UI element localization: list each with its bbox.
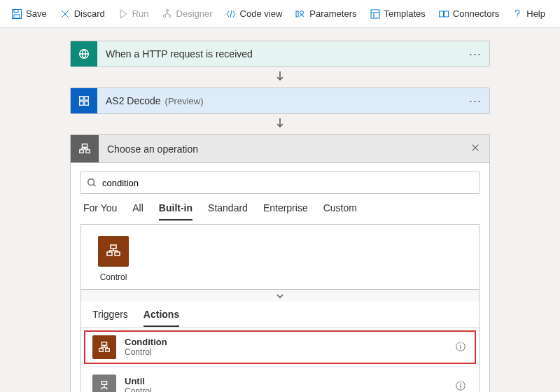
svg-rect-17 bbox=[80, 149, 83, 153]
help-label: Help bbox=[526, 8, 545, 19]
designer-button[interactable]: Designer bbox=[156, 6, 218, 22]
discard-button[interactable]: Discard bbox=[54, 6, 111, 22]
connectors-label: Connectors bbox=[453, 8, 499, 19]
action-until[interactable]: Until Control ⓘ bbox=[81, 367, 479, 392]
condition-icon bbox=[92, 335, 116, 359]
run-icon bbox=[118, 8, 129, 20]
svg-rect-21 bbox=[107, 252, 112, 255]
parameters-label: Parameters bbox=[309, 8, 356, 19]
designer-canvas: When a HTTP request is received ··· AS2 … bbox=[0, 28, 560, 392]
svg-rect-22 bbox=[115, 252, 120, 255]
svg-rect-0 bbox=[13, 9, 22, 18]
templates-button[interactable]: Templates bbox=[364, 6, 431, 22]
designer-icon bbox=[162, 8, 173, 20]
preview-badge: (Preview) bbox=[165, 96, 204, 106]
until-icon bbox=[92, 374, 116, 393]
choose-operation-panel: Choose an operation For You All Built-in… bbox=[70, 134, 490, 392]
tab-all[interactable]: All bbox=[132, 202, 144, 220]
subtab-actions[interactable]: Actions bbox=[144, 309, 179, 327]
action-condition[interactable]: Condition Control ⓘ bbox=[81, 328, 479, 367]
info-button[interactable]: ⓘ bbox=[454, 380, 468, 393]
step-as2-decode[interactable]: AS2 Decode (Preview) ··· bbox=[70, 88, 490, 114]
help-button[interactable]: Help bbox=[506, 6, 551, 22]
step-http-request[interactable]: When a HTTP request is received ··· bbox=[70, 41, 490, 67]
svg-rect-18 bbox=[86, 149, 90, 153]
search-input[interactable] bbox=[102, 178, 473, 188]
discard-label: Discard bbox=[74, 8, 105, 19]
action-subtabs: Triggers Actions bbox=[81, 302, 479, 327]
search-icon bbox=[87, 178, 97, 188]
code-view-icon bbox=[225, 8, 237, 20]
connectors-icon bbox=[438, 8, 449, 20]
svg-rect-15 bbox=[85, 102, 88, 105]
svg-point-3 bbox=[166, 9, 168, 11]
svg-point-7 bbox=[300, 10, 304, 14]
templates-icon bbox=[370, 8, 381, 20]
svg-rect-13 bbox=[85, 97, 88, 100]
code-view-button[interactable]: Code view bbox=[220, 6, 288, 22]
svg-rect-26 bbox=[102, 381, 106, 384]
action-name: Condition bbox=[125, 337, 454, 347]
chevron-down-icon bbox=[275, 291, 285, 301]
svg-point-5 bbox=[169, 15, 171, 17]
action-name: Until bbox=[125, 376, 454, 386]
control-icon bbox=[98, 236, 129, 267]
tab-for-you[interactable]: For You bbox=[83, 202, 117, 220]
svg-point-19 bbox=[88, 179, 94, 186]
svg-rect-8 bbox=[371, 10, 379, 18]
tab-enterprise[interactable]: Enterprise bbox=[263, 202, 308, 220]
as2-icon bbox=[71, 88, 97, 113]
discard-icon bbox=[59, 8, 71, 20]
svg-point-4 bbox=[163, 15, 165, 17]
save-icon bbox=[11, 8, 22, 20]
step-http-title: When a HTTP request is received bbox=[97, 48, 461, 59]
run-button[interactable]: Run bbox=[112, 6, 155, 22]
toolbar: Save Discard Run Designer Code view Para… bbox=[0, 0, 560, 28]
action-subtitle: Control bbox=[125, 386, 454, 392]
svg-rect-25 bbox=[106, 348, 109, 351]
svg-rect-9 bbox=[439, 11, 443, 17]
parameters-button[interactable]: Parameters bbox=[289, 6, 362, 22]
close-button[interactable] bbox=[461, 143, 489, 155]
info-button[interactable]: ⓘ bbox=[454, 341, 468, 354]
operation-icon bbox=[71, 135, 99, 162]
connector-control[interactable]: Control bbox=[92, 236, 134, 282]
step-as2-title: AS2 Decode (Preview) bbox=[97, 95, 461, 106]
parameters-icon bbox=[295, 8, 306, 20]
panel-header: Choose an operation bbox=[71, 135, 489, 163]
action-list: Condition Control ⓘ Until Control bbox=[81, 327, 479, 392]
svg-rect-14 bbox=[80, 102, 83, 105]
arrow-down-icon bbox=[274, 70, 286, 85]
tab-built-in[interactable]: Built-in bbox=[159, 202, 192, 220]
tab-standard[interactable]: Standard bbox=[208, 202, 248, 220]
svg-rect-6 bbox=[296, 11, 298, 17]
svg-rect-1 bbox=[14, 9, 18, 12]
http-icon bbox=[71, 41, 97, 66]
designer-label: Designer bbox=[176, 8, 213, 19]
code-view-label: Code view bbox=[240, 8, 283, 19]
subtab-triggers[interactable]: Triggers bbox=[92, 309, 128, 327]
svg-rect-12 bbox=[80, 97, 83, 100]
svg-rect-2 bbox=[14, 15, 20, 18]
save-label: Save bbox=[26, 8, 47, 19]
search-box[interactable] bbox=[80, 172, 479, 194]
help-icon bbox=[512, 8, 523, 20]
step-as2-more[interactable]: ··· bbox=[461, 94, 489, 108]
category-tabs: For You All Built-in Standard Enterprise… bbox=[80, 194, 479, 221]
svg-rect-10 bbox=[444, 11, 448, 17]
connector-label: Control bbox=[100, 272, 127, 282]
save-button[interactable]: Save bbox=[6, 6, 52, 22]
run-label: Run bbox=[132, 8, 149, 19]
connectors-button[interactable]: Connectors bbox=[433, 6, 505, 22]
svg-rect-24 bbox=[99, 348, 103, 351]
svg-rect-16 bbox=[82, 144, 87, 147]
tab-custom[interactable]: Custom bbox=[323, 202, 357, 220]
step-http-more[interactable]: ··· bbox=[461, 47, 489, 62]
svg-rect-23 bbox=[102, 342, 106, 345]
panel-title: Choose an operation bbox=[99, 144, 461, 155]
action-subtitle: Control bbox=[125, 347, 454, 357]
arrow-down-icon bbox=[274, 117, 286, 132]
svg-rect-20 bbox=[111, 245, 116, 248]
expand-connectors[interactable] bbox=[81, 289, 479, 302]
templates-label: Templates bbox=[384, 8, 426, 19]
